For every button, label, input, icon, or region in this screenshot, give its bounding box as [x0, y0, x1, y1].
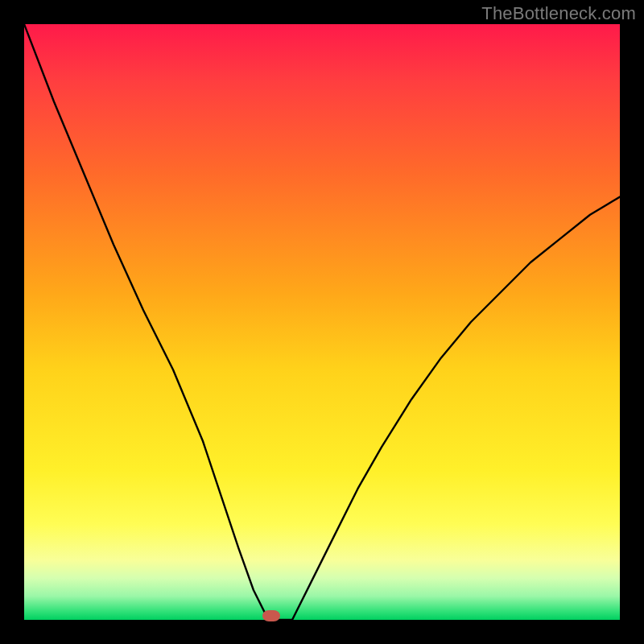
chart-frame: TheBottleneck.com — [0, 0, 644, 644]
watermark-text: TheBottleneck.com — [481, 3, 636, 24]
bottleneck-curve — [24, 24, 620, 620]
optimum-marker — [262, 610, 280, 621]
plot-area — [24, 24, 620, 620]
